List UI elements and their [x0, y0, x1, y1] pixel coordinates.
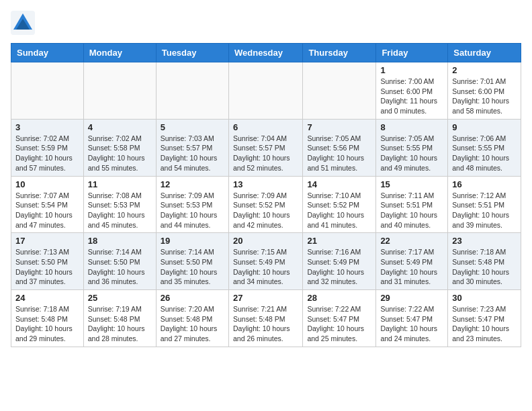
day-info: Sunrise: 7:07 AM Sunset: 5:54 PM Dayligh…: [15, 191, 79, 230]
weekday-header-sunday: Sunday: [11, 44, 84, 62]
calendar-cell: 18Sunrise: 7:14 AM Sunset: 5:50 PM Dayli…: [83, 233, 156, 290]
logo-icon: [11, 11, 35, 35]
day-number: 8: [380, 122, 443, 132]
weekday-header-friday: Friday: [376, 44, 448, 62]
page-header: [11, 11, 521, 35]
weekday-header-saturday: Saturday: [448, 44, 521, 62]
day-info: Sunrise: 7:04 AM Sunset: 5:57 PM Dayligh…: [233, 134, 298, 173]
day-number: 1: [380, 65, 443, 75]
calendar-week-2: 3Sunrise: 7:02 AM Sunset: 5:59 PM Daylig…: [11, 119, 521, 176]
day-info: Sunrise: 7:05 AM Sunset: 5:56 PM Dayligh…: [307, 134, 371, 173]
calendar-cell: 30Sunrise: 7:23 AM Sunset: 5:47 PM Dayli…: [448, 290, 521, 347]
calendar-cell: 13Sunrise: 7:09 AM Sunset: 5:52 PM Dayli…: [228, 176, 302, 233]
calendar-cell: 14Sunrise: 7:10 AM Sunset: 5:52 PM Dayli…: [303, 176, 376, 233]
calendar-cell: [156, 62, 228, 120]
calendar-cell: 24Sunrise: 7:18 AM Sunset: 5:48 PM Dayli…: [11, 290, 84, 347]
day-info: Sunrise: 7:16 AM Sunset: 5:49 PM Dayligh…: [307, 247, 371, 287]
day-number: 4: [88, 122, 152, 132]
day-number: 11: [88, 179, 152, 189]
day-info: Sunrise: 7:09 AM Sunset: 5:53 PM Dayligh…: [161, 191, 224, 230]
day-number: 30: [452, 293, 517, 303]
calendar-cell: 17Sunrise: 7:13 AM Sunset: 5:50 PM Dayli…: [11, 233, 84, 290]
day-number: 14: [307, 179, 371, 189]
day-info: Sunrise: 7:22 AM Sunset: 5:47 PM Dayligh…: [380, 304, 443, 344]
day-info: Sunrise: 7:14 AM Sunset: 5:50 PM Dayligh…: [161, 247, 224, 287]
calendar-cell: 29Sunrise: 7:22 AM Sunset: 5:47 PM Dayli…: [376, 290, 448, 347]
calendar-cell: 23Sunrise: 7:18 AM Sunset: 5:48 PM Dayli…: [448, 233, 521, 290]
calendar-week-4: 17Sunrise: 7:13 AM Sunset: 5:50 PM Dayli…: [11, 233, 521, 290]
day-info: Sunrise: 7:05 AM Sunset: 5:55 PM Dayligh…: [380, 134, 443, 173]
day-info: Sunrise: 7:01 AM Sunset: 6:00 PM Dayligh…: [452, 77, 517, 116]
calendar-cell: 1Sunrise: 7:00 AM Sunset: 6:00 PM Daylig…: [376, 62, 448, 120]
day-info: Sunrise: 7:19 AM Sunset: 5:48 PM Dayligh…: [88, 304, 152, 344]
calendar-cell: [303, 62, 376, 120]
day-number: 5: [161, 122, 224, 132]
day-number: 25: [88, 293, 152, 303]
day-info: Sunrise: 7:18 AM Sunset: 5:48 PM Dayligh…: [15, 304, 79, 344]
calendar-cell: 16Sunrise: 7:12 AM Sunset: 5:51 PM Dayli…: [448, 176, 521, 233]
calendar-cell: 28Sunrise: 7:22 AM Sunset: 5:47 PM Dayli…: [303, 290, 376, 347]
day-info: Sunrise: 7:14 AM Sunset: 5:50 PM Dayligh…: [88, 247, 152, 287]
day-info: Sunrise: 7:18 AM Sunset: 5:48 PM Dayligh…: [452, 247, 517, 287]
day-number: 6: [233, 122, 298, 132]
calendar-cell: 9Sunrise: 7:06 AM Sunset: 5:55 PM Daylig…: [448, 119, 521, 176]
day-number: 18: [88, 236, 152, 246]
day-number: 22: [380, 236, 443, 246]
day-number: 13: [233, 179, 298, 189]
day-number: 19: [161, 236, 224, 246]
calendar-cell: 2Sunrise: 7:01 AM Sunset: 6:00 PM Daylig…: [448, 62, 521, 120]
weekday-header-wednesday: Wednesday: [228, 44, 302, 62]
day-info: Sunrise: 7:22 AM Sunset: 5:47 PM Dayligh…: [307, 304, 371, 344]
calendar-cell: [83, 62, 156, 120]
day-info: Sunrise: 7:17 AM Sunset: 5:49 PM Dayligh…: [380, 247, 443, 287]
day-info: Sunrise: 7:21 AM Sunset: 5:48 PM Dayligh…: [233, 304, 298, 344]
day-number: 24: [15, 293, 79, 303]
day-info: Sunrise: 7:12 AM Sunset: 5:51 PM Dayligh…: [452, 191, 517, 230]
day-info: Sunrise: 7:13 AM Sunset: 5:50 PM Dayligh…: [15, 247, 79, 287]
calendar-cell: 4Sunrise: 7:02 AM Sunset: 5:58 PM Daylig…: [83, 119, 156, 176]
logo: [11, 11, 38, 35]
calendar-week-1: 1Sunrise: 7:00 AM Sunset: 6:00 PM Daylig…: [11, 62, 521, 120]
weekday-header-thursday: Thursday: [303, 44, 376, 62]
calendar-cell: 25Sunrise: 7:19 AM Sunset: 5:48 PM Dayli…: [83, 290, 156, 347]
day-number: 21: [307, 236, 371, 246]
day-info: Sunrise: 7:23 AM Sunset: 5:47 PM Dayligh…: [452, 304, 517, 344]
day-info: Sunrise: 7:02 AM Sunset: 5:58 PM Dayligh…: [88, 134, 152, 173]
day-number: 12: [161, 179, 224, 189]
day-number: 7: [307, 122, 371, 132]
day-number: 28: [307, 293, 371, 303]
day-number: 10: [15, 179, 79, 189]
day-number: 2: [452, 65, 517, 75]
calendar-cell: 26Sunrise: 7:20 AM Sunset: 5:48 PM Dayli…: [156, 290, 228, 347]
calendar: SundayMondayTuesdayWednesdayThursdayFrid…: [11, 43, 521, 347]
day-number: 15: [380, 179, 443, 189]
day-number: 9: [452, 122, 517, 132]
calendar-week-5: 24Sunrise: 7:18 AM Sunset: 5:48 PM Dayli…: [11, 290, 521, 347]
calendar-cell: 27Sunrise: 7:21 AM Sunset: 5:48 PM Dayli…: [228, 290, 302, 347]
day-info: Sunrise: 7:10 AM Sunset: 5:52 PM Dayligh…: [307, 191, 371, 230]
day-info: Sunrise: 7:06 AM Sunset: 5:55 PM Dayligh…: [452, 134, 517, 173]
day-number: 17: [15, 236, 79, 246]
calendar-cell: 22Sunrise: 7:17 AM Sunset: 5:49 PM Dayli…: [376, 233, 448, 290]
calendar-cell: 3Sunrise: 7:02 AM Sunset: 5:59 PM Daylig…: [11, 119, 84, 176]
day-number: 3: [15, 122, 79, 132]
day-number: 29: [380, 293, 443, 303]
calendar-cell: 6Sunrise: 7:04 AM Sunset: 5:57 PM Daylig…: [228, 119, 302, 176]
calendar-cell: 8Sunrise: 7:05 AM Sunset: 5:55 PM Daylig…: [376, 119, 448, 176]
day-info: Sunrise: 7:09 AM Sunset: 5:52 PM Dayligh…: [233, 191, 298, 230]
day-number: 20: [233, 236, 298, 246]
calendar-cell: [11, 62, 84, 120]
day-info: Sunrise: 7:20 AM Sunset: 5:48 PM Dayligh…: [161, 304, 224, 344]
day-info: Sunrise: 7:02 AM Sunset: 5:59 PM Dayligh…: [15, 134, 79, 173]
day-number: 26: [161, 293, 224, 303]
day-number: 23: [452, 236, 517, 246]
calendar-cell: 19Sunrise: 7:14 AM Sunset: 5:50 PM Dayli…: [156, 233, 228, 290]
weekday-header-monday: Monday: [83, 44, 156, 62]
calendar-cell: 12Sunrise: 7:09 AM Sunset: 5:53 PM Dayli…: [156, 176, 228, 233]
day-info: Sunrise: 7:15 AM Sunset: 5:49 PM Dayligh…: [233, 247, 298, 287]
calendar-cell: [228, 62, 302, 120]
day-info: Sunrise: 7:03 AM Sunset: 5:57 PM Dayligh…: [161, 134, 224, 173]
day-info: Sunrise: 7:11 AM Sunset: 5:51 PM Dayligh…: [380, 191, 443, 230]
weekday-header-tuesday: Tuesday: [156, 44, 228, 62]
calendar-cell: 10Sunrise: 7:07 AM Sunset: 5:54 PM Dayli…: [11, 176, 84, 233]
